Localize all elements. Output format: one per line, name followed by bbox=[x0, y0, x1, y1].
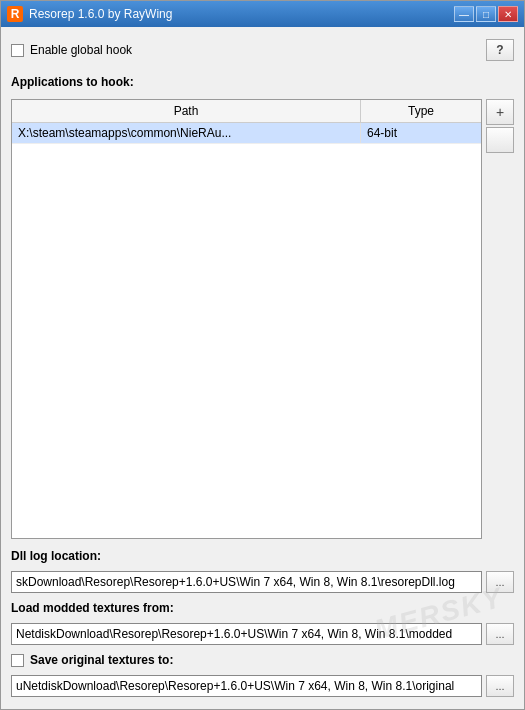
app-icon: R bbox=[7, 6, 23, 22]
column-path: Path bbox=[12, 100, 361, 122]
title-bar: R Resorep 1.6.0 by RayWing — □ ✕ bbox=[1, 1, 524, 27]
main-window: R Resorep 1.6.0 by RayWing — □ ✕ Enable … bbox=[0, 0, 525, 710]
apps-table: Path Type X:\steam\steamapps\common\NieR… bbox=[11, 99, 482, 539]
title-bar-left: R Resorep 1.6.0 by RayWing bbox=[7, 6, 172, 22]
cell-type: 64-bit bbox=[361, 123, 481, 143]
column-type: Type bbox=[361, 100, 481, 122]
table-header: Path Type bbox=[12, 100, 481, 123]
load-textures-browse-button[interactable]: ... bbox=[486, 623, 514, 645]
load-textures-label: Load modded textures from: bbox=[11, 599, 174, 617]
load-textures-field-row: NetdiskDownload\Resorep\Resorep+1.6.0+US… bbox=[11, 623, 514, 645]
table-body: X:\steam\steamapps\common\NieRAu... 64-b… bbox=[12, 123, 481, 538]
global-hook-row: Enable global hook ? bbox=[11, 35, 514, 65]
cell-path: X:\steam\steamapps\common\NieRAu... bbox=[12, 123, 361, 143]
close-button[interactable]: ✕ bbox=[498, 6, 518, 22]
save-textures-browse-button[interactable]: ... bbox=[486, 675, 514, 697]
global-hook-left: Enable global hook bbox=[11, 43, 132, 57]
table-side-buttons: + bbox=[486, 99, 514, 539]
table-row[interactable]: X:\steam\steamapps\common\NieRAu... 64-b… bbox=[12, 123, 481, 144]
dll-log-label: Dll log location: bbox=[11, 547, 101, 565]
save-textures-checkbox-row: Save original textures to: bbox=[11, 649, 514, 671]
save-textures-field-row: uNetdiskDownload\Resorep\Resorep+1.6.0+U… bbox=[11, 675, 514, 697]
dll-log-browse-button[interactable]: ... bbox=[486, 571, 514, 593]
help-button[interactable]: ? bbox=[486, 39, 514, 61]
applications-section-label: Applications to hook: bbox=[11, 71, 514, 93]
save-textures-label: Save original textures to: bbox=[30, 651, 173, 669]
maximize-button[interactable]: □ bbox=[476, 6, 496, 22]
add-app-button[interactable]: + bbox=[486, 99, 514, 125]
global-hook-label: Enable global hook bbox=[30, 43, 132, 57]
bottom-section: Dll log location: skDownload\Resorep\Res… bbox=[11, 545, 514, 701]
load-textures-input[interactable]: NetdiskDownload\Resorep\Resorep+1.6.0+US… bbox=[11, 623, 482, 645]
dll-log-input[interactable]: skDownload\Resorep\Resorep+1.6.0+US\Win … bbox=[11, 571, 482, 593]
content-area: Enable global hook ? Applications to hoo… bbox=[1, 27, 524, 709]
remove-app-button[interactable] bbox=[486, 127, 514, 153]
dll-log-label-row: Dll log location: bbox=[11, 545, 514, 567]
global-hook-checkbox[interactable] bbox=[11, 44, 24, 57]
save-textures-checkbox[interactable] bbox=[11, 654, 24, 667]
title-buttons: — □ ✕ bbox=[454, 6, 518, 22]
window-title: Resorep 1.6.0 by RayWing bbox=[29, 7, 172, 21]
save-textures-input[interactable]: uNetdiskDownload\Resorep\Resorep+1.6.0+U… bbox=[11, 675, 482, 697]
dll-log-field-row: skDownload\Resorep\Resorep+1.6.0+US\Win … bbox=[11, 571, 514, 593]
load-textures-label-row: Load modded textures from: bbox=[11, 597, 514, 619]
apps-section: Path Type X:\steam\steamapps\common\NieR… bbox=[11, 99, 514, 539]
minimize-button[interactable]: — bbox=[454, 6, 474, 22]
